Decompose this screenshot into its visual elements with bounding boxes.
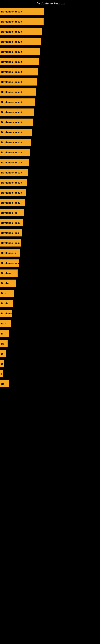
bar-label-13: Bottleneck result bbox=[1, 141, 22, 144]
bar-label-6: Bottleneck result bbox=[1, 70, 22, 74]
bottleneck-bar-25[interactable]: Bottleneck resu bbox=[0, 260, 19, 267]
bar-row-2: Bottleneck result bbox=[0, 27, 100, 36]
bottleneck-bar-21[interactable]: Bottleneck resu bbox=[0, 219, 23, 226]
bottleneck-bar-6[interactable]: Bottleneck result bbox=[0, 68, 38, 76]
bar-label-17: Bottleneck result bbox=[1, 181, 22, 184]
bar-row-15: Bottleneck result bbox=[0, 158, 100, 167]
bar-row-18: Bottleneck result bbox=[0, 188, 100, 197]
bar-row-13: Bottleneck result bbox=[0, 138, 100, 147]
bar-label-33: Bo bbox=[1, 342, 4, 345]
bottleneck-bar-12[interactable]: Bottleneck result bbox=[0, 128, 32, 136]
bar-row-9: Bottleneck result bbox=[0, 98, 100, 107]
bottleneck-bar-31[interactable]: Bott bbox=[0, 320, 11, 327]
bottleneck-bar-35[interactable]: B bbox=[0, 360, 4, 367]
bar-label-27: Bottler bbox=[1, 282, 9, 285]
bar-label-23: Bottleneck result bbox=[1, 242, 21, 244]
bar-row-31: Bott bbox=[0, 319, 100, 328]
bar-label-28: Bott bbox=[1, 292, 6, 295]
bottleneck-bar-2[interactable]: Bottleneck result bbox=[0, 28, 42, 35]
bottleneck-bar-19[interactable]: Bottleneck resu bbox=[0, 199, 25, 206]
bottleneck-bar-8[interactable]: Bottleneck result bbox=[0, 88, 36, 96]
bar-row-11: Bottleneck result bbox=[0, 118, 100, 127]
bottleneck-bar-13[interactable]: Bottleneck result bbox=[0, 139, 31, 146]
bar-label-26: Bottlene bbox=[1, 272, 11, 275]
bar-row-6: Bottleneck result bbox=[0, 67, 100, 76]
bar-label-22: Bottleneck res bbox=[1, 232, 19, 234]
bottleneck-bar-11[interactable]: Bottleneck result bbox=[0, 118, 33, 126]
bar-label-25: Bottleneck resu bbox=[1, 262, 19, 265]
bar-label-18: Bottleneck result bbox=[1, 191, 22, 194]
bar-row-10: Bottleneck result bbox=[0, 108, 100, 117]
bar-row-20: Bottleneck re bbox=[0, 208, 100, 217]
bottleneck-bar-18[interactable]: Bottleneck result bbox=[0, 189, 26, 196]
bottleneck-bar-16[interactable]: Bottleneck result bbox=[0, 169, 28, 176]
bar-row-21: Bottleneck resu bbox=[0, 218, 100, 228]
bar-label-4: Bottleneck result bbox=[1, 50, 22, 53]
bar-label-15: Bottleneck result bbox=[1, 161, 22, 164]
bar-label-36: | bbox=[1, 372, 2, 375]
bar-label-31: Bott bbox=[1, 322, 6, 325]
bar-row-14: Bottleneck result bbox=[0, 148, 100, 157]
site-title: TheBottlenecker.com bbox=[0, 0, 100, 7]
bar-label-9: Bottleneck result bbox=[1, 100, 22, 104]
bar-row-5: Bottleneck result bbox=[0, 57, 100, 66]
bottleneck-bar-10[interactable]: Bottleneck result bbox=[0, 108, 34, 116]
bar-row-32: B bbox=[0, 329, 100, 338]
bar-row-25: Bottleneck resu bbox=[0, 258, 100, 268]
bar-row-27: Bottler bbox=[0, 278, 100, 288]
bottleneck-bar-36[interactable]: | bbox=[0, 370, 3, 377]
bottleneck-bar-29[interactable]: Bottle bbox=[0, 300, 13, 307]
bar-label-8: Bottleneck result bbox=[1, 90, 22, 94]
bar-row-22: Bottleneck res bbox=[0, 228, 100, 238]
bottleneck-bar-3[interactable]: Bottleneck result bbox=[0, 38, 41, 45]
bottleneck-bar-30[interactable]: Bottlenec bbox=[0, 310, 12, 317]
bottleneck-bar-7[interactable]: Bottleneck result bbox=[0, 78, 37, 86]
bottleneck-bar-33[interactable]: Bo bbox=[0, 340, 8, 347]
bar-label-20: Bottleneck re bbox=[1, 211, 17, 214]
bottleneck-bar-22[interactable]: Bottleneck res bbox=[0, 229, 22, 236]
bar-label-24: Bottleneck r bbox=[1, 252, 16, 254]
bar-label-10: Bottleneck result bbox=[1, 111, 22, 114]
bar-row-16: Bottleneck result bbox=[0, 168, 100, 177]
bar-label-29: Bottle bbox=[1, 302, 8, 305]
bottleneck-bar-17[interactable]: Bottleneck result bbox=[0, 179, 27, 186]
bottleneck-bar-9[interactable]: Bottleneck result bbox=[0, 98, 35, 106]
bottleneck-bar-28[interactable]: Bott bbox=[0, 290, 14, 297]
bar-label-37: Bo bbox=[1, 382, 4, 386]
bar-row-12: Bottleneck result bbox=[0, 128, 100, 137]
bottleneck-bar-26[interactable]: Bottlene bbox=[0, 270, 18, 277]
bar-row-7: Bottleneck result bbox=[0, 77, 100, 86]
bar-row-1: Bottleneck result bbox=[0, 17, 100, 26]
bottleneck-bar-5[interactable]: Bottleneck result bbox=[0, 58, 39, 66]
bar-label-3: Bottleneck result bbox=[1, 40, 22, 43]
bottleneck-bar-32[interactable]: B bbox=[0, 330, 9, 337]
bottleneck-bar-14[interactable]: Bottleneck result bbox=[0, 149, 30, 156]
bottleneck-bar-15[interactable]: Bottleneck result bbox=[0, 159, 29, 166]
bottleneck-bar-23[interactable]: Bottleneck result bbox=[0, 239, 21, 246]
bottleneck-bar-4[interactable]: Bottleneck result bbox=[0, 48, 40, 55]
bar-label-0: Bottleneck result bbox=[1, 10, 22, 13]
bottleneck-bar-24[interactable]: Bottleneck r bbox=[0, 249, 20, 256]
bottleneck-bar-37[interactable]: Bo bbox=[0, 380, 9, 388]
bar-label-32: B bbox=[1, 332, 3, 335]
bar-label-2: Bottleneck result bbox=[1, 30, 22, 33]
bar-label-19: Bottleneck resu bbox=[1, 201, 21, 204]
bar-row-28: Bott bbox=[0, 288, 100, 298]
bottleneck-bar-1[interactable]: Bottleneck result bbox=[0, 18, 44, 25]
bar-label-5: Bottleneck result bbox=[1, 60, 22, 64]
bar-row-35: B bbox=[0, 359, 100, 368]
bar-row-26: Bottlene bbox=[0, 268, 100, 278]
bar-label-7: Bottleneck result bbox=[1, 80, 22, 84]
bar-row-37: Bo bbox=[0, 379, 100, 388]
bar-label-34: B bbox=[1, 352, 3, 355]
bar-label-1: Bottleneck result bbox=[1, 20, 22, 23]
bottleneck-bar-20[interactable]: Bottleneck re bbox=[0, 209, 24, 216]
bar-row-8: Bottleneck result bbox=[0, 87, 100, 96]
bottleneck-bar-27[interactable]: Bottler bbox=[0, 280, 16, 287]
bottleneck-bar-34[interactable]: B bbox=[0, 350, 6, 357]
bar-row-19: Bottleneck resu bbox=[0, 198, 100, 207]
bar-label-12: Bottleneck result bbox=[1, 131, 22, 134]
bottleneck-bar-0[interactable]: Bottleneck result bbox=[0, 8, 44, 15]
bar-label-21: Bottleneck resu bbox=[1, 222, 21, 224]
bar-label-16: Bottleneck result bbox=[1, 171, 22, 174]
